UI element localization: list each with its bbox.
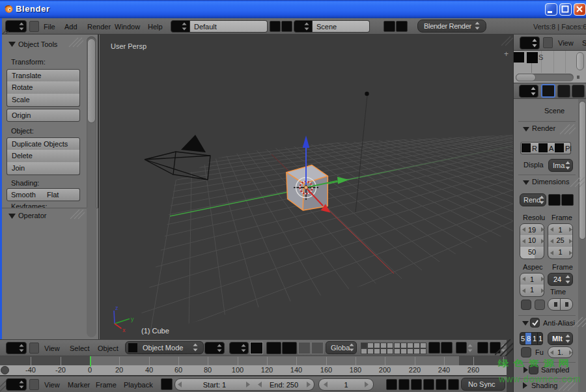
svg-text:z: z — [115, 305, 119, 311]
svg-text:User Persp: User Persp — [111, 42, 146, 50]
svg-text:+: + — [504, 49, 509, 59]
svg-text:y: y — [131, 316, 134, 322]
svg-text:x: x — [122, 327, 126, 333]
svg-text:(1) Cube: (1) Cube — [141, 327, 169, 335]
